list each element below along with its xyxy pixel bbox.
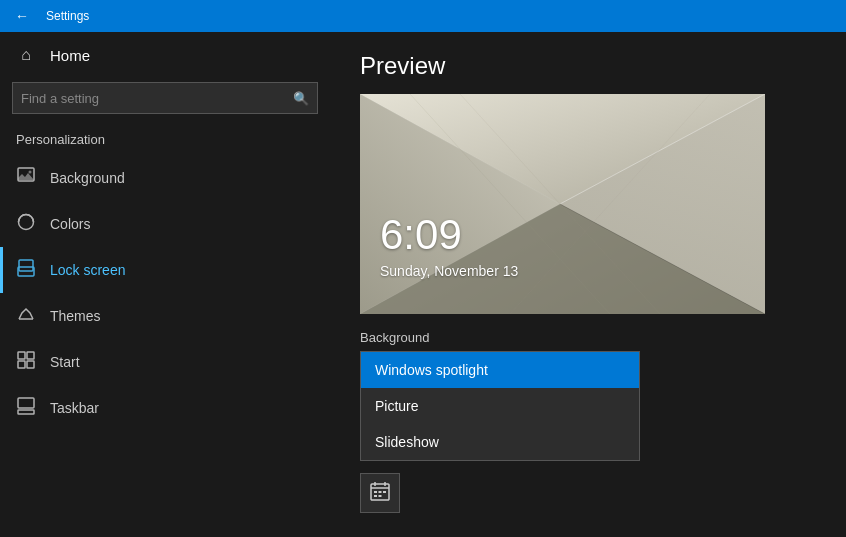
sidebar-item-home[interactable]: ⌂ Home: [0, 32, 330, 78]
svg-rect-28: [374, 491, 377, 493]
titlebar: ← Settings: [0, 0, 846, 32]
preview-image: 6:09 Sunday, November 13: [360, 94, 765, 314]
sidebar-item-lockscreen[interactable]: Lock screen: [0, 247, 330, 293]
background-dropdown-label: Background: [360, 330, 816, 345]
section-label: Personalization: [0, 126, 330, 155]
svg-point-1: [29, 171, 32, 174]
home-icon: ⌂: [16, 46, 36, 64]
svg-rect-11: [18, 410, 34, 414]
app-title: Settings: [46, 9, 89, 23]
background-dropdown: Windows spotlight Picture Slideshow: [360, 351, 640, 461]
taskbar-icon: [16, 397, 36, 419]
sidebar-themes-label: Themes: [50, 308, 101, 324]
svg-rect-32: [379, 495, 382, 497]
calendar-button[interactable]: [360, 473, 400, 513]
sidebar-background-label: Background: [50, 170, 125, 186]
search-input[interactable]: [21, 91, 293, 106]
sidebar-item-background[interactable]: Background: [0, 155, 330, 201]
dropdown-list: Windows spotlight Picture Slideshow: [360, 351, 640, 461]
background-icon: [16, 167, 36, 189]
start-icon: [16, 351, 36, 373]
main-content: Preview: [330, 32, 846, 537]
svg-rect-30: [383, 491, 386, 493]
svg-rect-6: [18, 352, 25, 359]
lockscreen-icon: [16, 259, 36, 281]
dropdown-option-slideshow[interactable]: Slideshow: [361, 424, 639, 460]
svg-rect-10: [18, 398, 34, 408]
app-layout: ⌂ Home 🔍 Personalization Background: [0, 32, 846, 537]
sidebar-taskbar-label: Taskbar: [50, 400, 99, 416]
search-icon: 🔍: [293, 91, 309, 106]
search-box: 🔍: [12, 82, 318, 114]
home-label: Home: [50, 47, 90, 64]
dropdown-option-spotlight[interactable]: Windows spotlight: [361, 352, 639, 388]
sidebar-item-start[interactable]: Start: [0, 339, 330, 385]
calendar-icon: [370, 481, 390, 506]
svg-rect-7: [27, 352, 34, 359]
back-button[interactable]: ←: [8, 2, 36, 30]
themes-icon: [16, 305, 36, 327]
svg-rect-31: [374, 495, 377, 497]
preview-time: 6:09: [380, 211, 462, 259]
svg-rect-9: [27, 361, 34, 368]
sidebar-lockscreen-label: Lock screen: [50, 262, 125, 278]
sidebar-start-label: Start: [50, 354, 80, 370]
sidebar-item-themes[interactable]: Themes: [0, 293, 330, 339]
page-title: Preview: [360, 52, 816, 80]
svg-rect-29: [379, 491, 382, 493]
sidebar-item-taskbar[interactable]: Taskbar: [0, 385, 330, 431]
svg-rect-8: [18, 361, 25, 368]
sidebar-colors-label: Colors: [50, 216, 90, 232]
preview-date: Sunday, November 13: [380, 263, 518, 279]
colors-icon: [16, 213, 36, 235]
dropdown-option-picture[interactable]: Picture: [361, 388, 639, 424]
svg-rect-3: [19, 260, 33, 271]
sidebar: ⌂ Home 🔍 Personalization Background: [0, 32, 330, 537]
sidebar-item-colors[interactable]: Colors: [0, 201, 330, 247]
